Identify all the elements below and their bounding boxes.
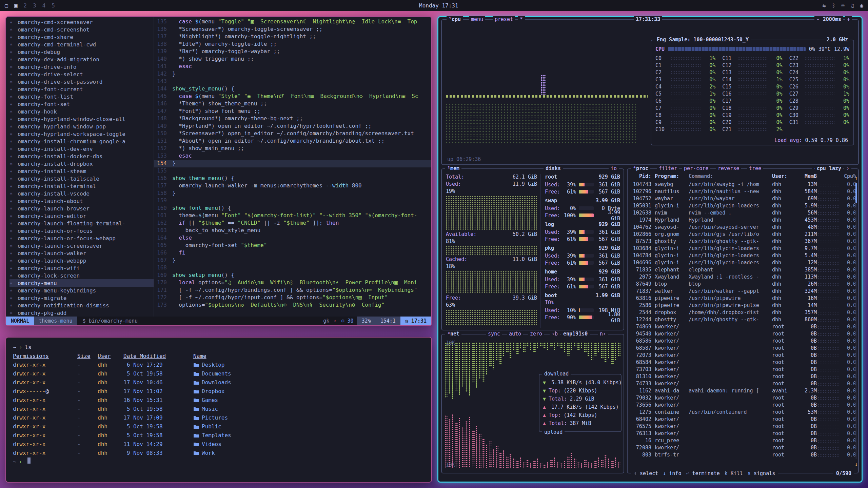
tray-icon[interactable]: ◉ <box>860 2 863 9</box>
tree-item[interactable]: ∗ omarchy-cmd-terminal-cwd <box>9 41 154 48</box>
tray-icon[interactable]: ♫ <box>851 2 854 9</box>
tree-item[interactable]: ∗ omarchy-menu <box>9 279 154 287</box>
terminal-window[interactable]: ~›ls Permissions Size User Date Modified… <box>5 337 432 483</box>
proc-row[interactable]: 2075 Xwayland Xwayland :1 -rootless - dh… <box>630 274 856 281</box>
tree-item[interactable]: ∗ omarchy-launch-about <box>9 197 154 205</box>
proc-row[interactable]: 68402 kworker/ root 0B 0.0 <box>630 416 856 423</box>
tree-item[interactable]: ∗ omarchy-lock-screen <box>9 272 154 279</box>
proc-row[interactable]: 16 rcu_pree root 0B 0.0 <box>630 438 856 445</box>
proc-row[interactable]: 1162 avahi-da avahi-daemon: running [ av… <box>630 388 856 395</box>
proc-row[interactable]: 76575 kworker/ root 0B 0.0 <box>630 423 856 430</box>
iface-prev-button[interactable]: ‹b <box>550 331 560 337</box>
interval-plus-button[interactable]: + <box>845 16 852 22</box>
proc-row[interactable]: 74869 kworker/ root 0B 0.0 <box>630 324 856 331</box>
tree-item[interactable]: ∗ omarchy-drive-select <box>9 70 154 78</box>
tree-item[interactable]: ∗ omarchy-install-docker-dbs <box>9 152 154 160</box>
tray-icon[interactable]: ⇆ <box>823 2 826 9</box>
proc-row[interactable]: 102866 org.gnom /usr/bin/gjs /usr/lib/o … <box>630 231 856 238</box>
tree-item[interactable]: ∗ omarchy-launch-webapp <box>9 257 154 264</box>
proc-scrollbar-thumb[interactable] <box>855 183 857 203</box>
sort-next-button[interactable]: › <box>844 165 851 171</box>
proc-row[interactable]: 103684 glycin-i /usr/lib/glycin-loaders … <box>630 245 856 252</box>
net-zero-button[interactable]: zero <box>528 331 544 337</box>
tree-button[interactable]: tree <box>747 165 763 171</box>
tree-item[interactable]: ∗ omarchy-install-tailscale <box>9 175 154 182</box>
reverse-button[interactable]: reverse <box>716 165 741 171</box>
tree-item[interactable]: ∗ omarchy-menu-keybindings <box>9 287 154 294</box>
tree-item[interactable]: ∗ omarchy-cmd-share <box>9 33 154 41</box>
proc-row[interactable]: 68586 kworker/ root 0B 0.0 <box>630 338 856 345</box>
proc-row[interactable]: 81310 kworker/ root 0B 0.0 <box>630 373 856 381</box>
proc-row[interactable]: 104762 swayosd- /usr/bin/swayosd-server … <box>630 224 856 231</box>
code-pane[interactable]: 135 case $(menu "Toggle" "▣ Screensaver\… <box>154 17 431 317</box>
workspace-item[interactable]: ▢ <box>5 2 8 9</box>
proc-row[interactable]: 104784 glycin-i /usr/lib/glycin-loaders … <box>630 252 856 260</box>
proc-row[interactable]: 71837 walker /usr/bin/walker --gappl dhh… <box>630 288 856 295</box>
tree-item[interactable]: ∗ omarchy-install-chromium-google-a <box>9 138 154 145</box>
proc-row[interactable]: 68584 kworker/ root 0B 0.0 <box>630 359 856 366</box>
preset-star[interactable]: * <box>518 16 525 22</box>
proc-row[interactable]: 74733 kworker/ root 0B 0.0 <box>630 381 856 388</box>
proc-row[interactable]: 87573 ghostty /usr/bin/ghostty --gtk- dh… <box>630 238 856 245</box>
tree-item[interactable]: ∗ omarchy-launch-or-focus <box>9 227 154 235</box>
tree-item[interactable]: ∗ omarchy-hyprland-window-pop <box>9 123 154 130</box>
tree-item[interactable]: ∗ omarchy-install-dev-env <box>9 145 154 152</box>
tree-item[interactable]: ∗ omarchy-launch-screensaver <box>9 242 154 249</box>
file-tree[interactable]: ∗ omarchy-cmd-screensaver ∗ omarchy-cmd-… <box>6 17 154 317</box>
tree-item[interactable]: ∗ omarchy-launch-walker <box>9 249 154 257</box>
per-core-button[interactable]: per-core <box>682 165 710 171</box>
proc-row[interactable]: 102796 nautilus /usr/bin/nautilus --new … <box>630 188 856 196</box>
proc-row[interactable]: 104743 swaybg /usr/bin/swaybg -i /hom dh… <box>630 181 856 188</box>
proc-row[interactable]: 1974 Hyprland Hyprland dhh 453M 0.0 <box>630 217 856 224</box>
iface-next-button[interactable]: n› <box>598 331 608 337</box>
scroll-down-icon[interactable]: ↓ <box>855 461 858 467</box>
tree-item[interactable]: ∗ omarchy-drive-info <box>9 63 154 70</box>
tree-item[interactable]: ∗ omarchy-launch-wifi <box>9 264 154 272</box>
workspace-item[interactable]: ▣ <box>14 2 18 9</box>
tree-item[interactable]: ∗ omarchy-launch-or-focus-webapp <box>9 235 154 242</box>
tree-item[interactable]: ∗ omarchy-hyprland-window-close-all <box>9 115 154 123</box>
tree-item[interactable]: ∗ omarchy-launch-editor <box>9 212 154 220</box>
tray-icon[interactable]: ᛒ <box>832 2 835 9</box>
tree-item[interactable]: ∗ omarchy-install-steam <box>9 167 154 175</box>
proc-scrollbar[interactable] <box>855 183 857 459</box>
io-mode-button[interactable]: io <box>609 165 619 171</box>
footer-key-button[interactable]: ↑ select <box>634 470 658 476</box>
tree-item[interactable]: ∗ omarchy-launch-floating-terminal- <box>9 220 154 227</box>
tree-item[interactable]: ∗ omarchy-pkg-add <box>9 309 154 317</box>
proc-row[interactable]: 71835 elephant elephant dhh 385M 0.0 <box>630 267 856 274</box>
scroll-up-icon[interactable]: ↑ <box>855 175 858 181</box>
tree-item[interactable]: ∗ omarchy-install-terminal <box>9 182 154 190</box>
tree-item[interactable]: ∗ omarchy-dev-add-migration <box>9 56 154 63</box>
proc-row[interactable]: 105031 glycin-i /usr/lib/glycin-loaders … <box>630 203 856 210</box>
footer-key-button[interactable]: ↓ info <box>663 470 681 476</box>
proc-row[interactable]: 73703 kworker/ root 0B 0.0 <box>630 366 856 373</box>
footer-key-button[interactable]: ⏎ terminate <box>686 470 719 476</box>
proc-row[interactable]: 2586 pipewire /usr/bin/pipewire-pulse dh… <box>630 302 856 309</box>
proc-row[interactable]: 72073 kworker/ root 0B 0.0 <box>630 352 856 359</box>
proc-row[interactable]: 72088 kworker/ root 0B 0.0 <box>630 445 856 452</box>
proc-row[interactable]: 2544 dropbox /home/dhh/.dropbox-dist dhh… <box>630 309 856 317</box>
proc-row[interactable]: 12244 ghostty /usr/bin/ghostty --gtk- dh… <box>630 317 856 324</box>
tree-item[interactable]: ∗ omarchy-launch-browser <box>9 205 154 212</box>
proc-row[interactable]: 87649 btop btop dhh 26M 0.0 <box>630 281 856 288</box>
next-prompt[interactable]: ~› <box>13 458 425 466</box>
net-sync-button[interactable]: sync <box>486 331 502 337</box>
proc-row[interactable]: 803 btrfs-tr root 0B 0.0 <box>630 452 856 459</box>
proc-row[interactable]: 102638 nvim nvim --embed . dhh 56M 0.0 <box>630 210 856 217</box>
tree-item[interactable]: ∗ omarchy-font-list <box>9 93 154 100</box>
tree-item[interactable]: ∗ omarchy-install-vscode <box>9 190 154 197</box>
tree-item[interactable]: ∗ omarchy-hyprland-workspace-toggle <box>9 130 154 138</box>
proc-row[interactable]: 73656 kworker/ root 0B 0.0 <box>630 402 856 409</box>
net-auto-button[interactable]: auto <box>507 331 523 337</box>
tray-icon[interactable]: ⌨ <box>841 2 845 9</box>
tree-item[interactable]: ∗ omarchy-cmd-screenshot <box>9 26 154 33</box>
workspace-item[interactable]: 2 <box>23 2 27 9</box>
proc-row[interactable]: 104696 glycin-i /usr/lib/glycin-loaders … <box>630 260 856 267</box>
proc-row[interactable]: 1275 containe /usr/bin/containerd root 5… <box>630 409 856 416</box>
footer-key-button[interactable]: s signals <box>748 470 775 476</box>
proc-row[interactable]: 63816 pipewire /usr/bin/pipewire dhh 16M… <box>630 295 856 302</box>
tree-item[interactable]: ∗ omarchy-font-set <box>9 100 154 108</box>
menu-button[interactable]: menu <box>469 16 485 22</box>
tree-item[interactable]: ∗ omarchy-hook <box>9 108 154 115</box>
